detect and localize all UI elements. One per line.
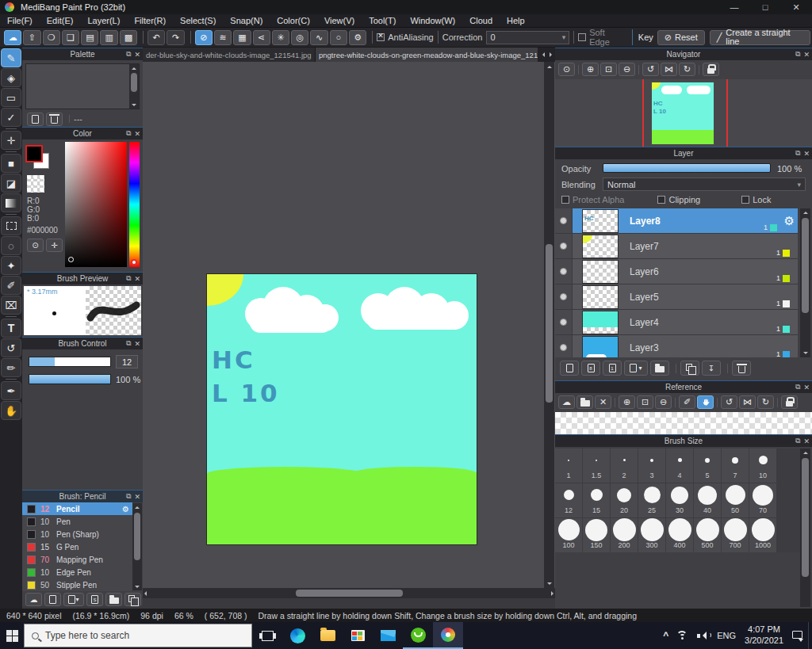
brush-script-button[interactable]: S xyxy=(86,593,103,606)
create-straight-line-button[interactable]: ╱ Create a straight line xyxy=(710,30,810,45)
sv-cursor[interactable] xyxy=(68,257,74,262)
layer-opacity-slider[interactable] xyxy=(603,163,771,173)
ref-rotate-left-button[interactable]: ↺ xyxy=(721,395,737,409)
brush-size-option[interactable]: 70 xyxy=(749,483,776,517)
brush-size-option[interactable]: 1 xyxy=(555,449,582,483)
scroll-down-icon[interactable] xyxy=(803,352,808,357)
rotate-tool[interactable]: ↺ xyxy=(1,338,21,357)
mail-app-icon[interactable] xyxy=(373,622,403,649)
comment-list-button[interactable]: ❑ xyxy=(62,30,79,45)
screen-color-picker-button[interactable]: ✛ xyxy=(46,239,63,252)
brush-list-scrollbar[interactable] xyxy=(134,513,140,560)
nav-zoom-actual-button[interactable]: ⊙ xyxy=(558,63,575,76)
brush-size-option[interactable]: 1.5 xyxy=(583,449,610,483)
popout-icon[interactable]: ⧉ xyxy=(795,437,800,445)
canvas[interactable]: HC L 10 xyxy=(206,273,477,545)
reference-preview-area[interactable] xyxy=(555,412,812,434)
ref-zoom-in-button[interactable]: ⊕ xyxy=(619,395,635,409)
popout-icon[interactable]: ⧉ xyxy=(795,383,800,391)
popout-icon[interactable]: ⧉ xyxy=(126,339,131,348)
layer-row-layer3[interactable]: Layer3 1 xyxy=(555,335,798,357)
brush-size-option[interactable]: 3 xyxy=(638,449,665,483)
close-icon[interactable]: ✕ xyxy=(803,384,810,391)
nav-rotate-left-button[interactable]: ↺ xyxy=(642,63,659,76)
brush-item-edge-pen[interactable]: 10 Edge Pen xyxy=(22,566,132,578)
brush-size-option[interactable]: 30 xyxy=(666,483,693,517)
action-center-icon[interactable] xyxy=(792,631,804,641)
snap-parallel-button[interactable]: ≋ xyxy=(214,30,232,45)
layer-settings-gear-icon[interactable]: ⚙ xyxy=(784,214,795,228)
brush-size-option[interactable]: 300 xyxy=(638,518,665,552)
antialiasing-checkbox[interactable] xyxy=(377,33,385,41)
snap-vanishing-point-button[interactable]: ⋖ xyxy=(253,30,270,45)
menu-tool[interactable]: Tool(T) xyxy=(362,16,403,25)
nav-fit-button[interactable]: ⊡ xyxy=(600,63,617,76)
new-palette-color-button[interactable] xyxy=(27,113,44,126)
scroll-up-icon[interactable] xyxy=(803,209,808,214)
merge-layer-button[interactable]: ↧ xyxy=(702,361,721,376)
menu-help[interactable]: Help xyxy=(500,16,532,25)
scroll-up-icon[interactable] xyxy=(135,504,140,509)
close-icon[interactable]: ✕ xyxy=(803,51,810,59)
scroll-up-icon[interactable] xyxy=(803,449,808,454)
brush-item-pen[interactable]: 10 Pen xyxy=(22,515,132,528)
add-1bit-layer-button[interactable]: 1 xyxy=(603,361,622,376)
brush-item-stipple-pen[interactable]: 50 Stipple Pen xyxy=(22,578,132,591)
ref-lock-button[interactable] xyxy=(781,395,798,409)
ref-reset-view-button[interactable]: ⋈ xyxy=(739,395,756,409)
add-brush-menu-button[interactable]: ▾ xyxy=(63,593,84,606)
hue-cursor[interactable] xyxy=(131,259,137,265)
add-brush-button[interactable] xyxy=(44,593,61,606)
layer-visibility-toggle[interactable] xyxy=(555,310,573,334)
scroll-down-icon[interactable] xyxy=(135,586,140,590)
popout-icon[interactable]: ⧉ xyxy=(795,50,800,59)
layer-row-layer5[interactable]: Layer5 1 xyxy=(555,284,798,310)
undo-button[interactable]: ↶ xyxy=(147,30,165,45)
scroll-up-icon[interactable] xyxy=(547,63,552,68)
nav-lock-button[interactable] xyxy=(703,63,719,76)
layout-button[interactable]: ▥ xyxy=(100,30,117,45)
brush-tool[interactable]: ✎ xyxy=(1,48,21,67)
scroll-down-icon[interactable] xyxy=(547,582,552,587)
popout-icon[interactable]: ⧉ xyxy=(126,129,131,138)
edge-browser-icon[interactable] xyxy=(282,622,312,649)
hand-tool[interactable]: ✋ xyxy=(1,401,21,420)
reset-button[interactable]: ⊘ Reset xyxy=(657,30,705,45)
menu-filter[interactable]: Filter(R) xyxy=(127,16,173,25)
brush-size-option[interactable]: 1000 xyxy=(749,518,776,552)
layer-visibility-toggle[interactable] xyxy=(555,234,573,258)
layer-visibility-toggle[interactable] xyxy=(555,259,573,284)
eraser-pen-tool[interactable]: ✏ xyxy=(1,358,21,377)
brush-item-pen-sharp[interactable]: 10 Pen (Sharp) xyxy=(22,528,132,540)
menu-select[interactable]: Select(S) xyxy=(173,16,223,25)
popout-icon[interactable]: ⧉ xyxy=(126,50,131,59)
saturation-value-picker[interactable] xyxy=(65,142,127,267)
pen-tool[interactable]: ✒ xyxy=(1,381,21,400)
brush-size-option[interactable]: 2 xyxy=(611,449,638,483)
brush-folder-button[interactable] xyxy=(105,593,122,606)
medibang-paint-taskbar-icon[interactable] xyxy=(433,622,463,649)
add-layer-menu-button[interactable]: ▾ xyxy=(624,361,648,376)
brush-size-value[interactable]: 12 xyxy=(116,355,138,368)
brush-size-option[interactable]: 20 xyxy=(611,483,638,517)
ref-open-button[interactable] xyxy=(576,395,593,409)
tab-scroll-left-icon[interactable] xyxy=(540,52,545,57)
select-pen-tool[interactable]: ✐ xyxy=(1,276,21,295)
brush-opacity-slider[interactable] xyxy=(29,374,111,384)
duplicate-brush-button[interactable] xyxy=(124,593,141,606)
snap-radial-button[interactable]: ✳ xyxy=(272,30,289,45)
correction-dropdown[interactable]: 0 ▾ xyxy=(486,31,569,44)
text-tool[interactable]: T xyxy=(1,319,21,338)
microsoft-store-icon[interactable] xyxy=(343,622,373,649)
close-icon[interactable]: ✕ xyxy=(134,275,140,283)
document-tab-2[interactable]: pngtree-white-clouds-on-green-meadow-and… xyxy=(316,48,538,62)
brush-size-option[interactable]: 10 xyxy=(749,449,776,483)
canvas-edit-button[interactable]: ▩ xyxy=(120,30,137,45)
transparent-color-swatch[interactable] xyxy=(27,175,44,193)
layer-row-layer7[interactable]: Layer7 1 xyxy=(555,234,798,259)
menu-snap[interactable]: Snap(N) xyxy=(223,16,270,25)
menu-window[interactable]: Window(W) xyxy=(403,16,462,25)
hue-slider[interactable] xyxy=(129,142,140,267)
volume-icon[interactable] xyxy=(697,631,709,640)
brush-size-option[interactable]: 40 xyxy=(694,483,721,517)
